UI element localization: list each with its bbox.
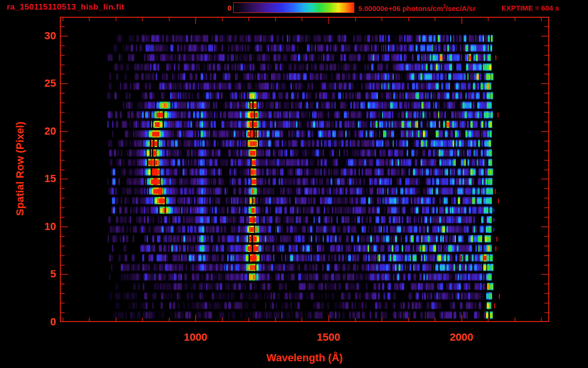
- colorbar-units-suffix: /sec/A/sr: [446, 4, 476, 12]
- y-tick-label: 15: [35, 173, 56, 184]
- colorbar-max-value: 5.00000e+06: [358, 4, 400, 12]
- y-tick-label: 30: [35, 31, 56, 41]
- y-tick-label: 0: [35, 317, 56, 327]
- file-title: ra_150115110513_hisb_lin.fit: [7, 2, 124, 12]
- y-axis-title: Spatial Row (Pixel): [14, 122, 26, 216]
- exptime-label: EXPTIME = 604 s: [501, 4, 559, 12]
- x-tick-label: 2000: [438, 332, 486, 343]
- y-tick-label: 25: [35, 78, 56, 89]
- colorbar-units-prefix: photons/cm: [400, 4, 443, 12]
- x-axis-title: Wavelength (Å): [233, 352, 376, 364]
- x-tick-label: 1500: [305, 332, 352, 343]
- plot-window: ra_150115110513_hisb_lin.fit 0 5.00000e+…: [0, 0, 588, 368]
- y-tick-label: 5: [35, 269, 56, 279]
- y-tick-label: 10: [35, 221, 56, 232]
- x-tick-label: 1000: [171, 332, 219, 343]
- colorbar-min-label: 0: [211, 4, 231, 12]
- colorbar-max-label: 5.00000e+06 photons/cm2/sec/A/sr: [358, 4, 475, 12]
- spectral-heatmap: [60, 17, 549, 322]
- y-tick-label: 20: [35, 126, 56, 137]
- colorbar: [233, 2, 354, 13]
